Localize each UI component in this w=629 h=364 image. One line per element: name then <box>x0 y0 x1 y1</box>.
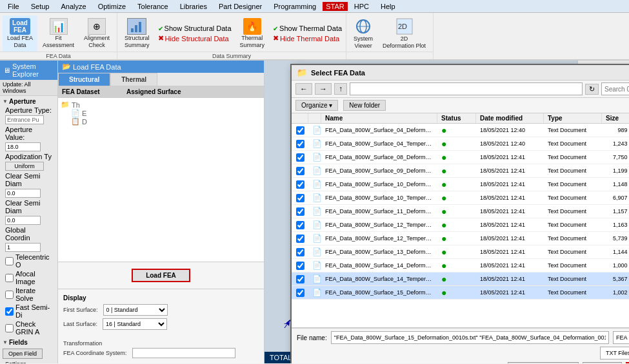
cancel-button[interactable]: Cancel <box>583 362 622 363</box>
menu-programming[interactable]: Programming <box>268 1 321 12</box>
file-checkbox-cell[interactable] <box>292 193 308 204</box>
file-checkbox-cell[interactable] <box>292 152 308 163</box>
file-name-cell[interactable]: FEA_Data_800W_Surface_14_Deformat... <box>321 261 437 270</box>
coord-system-input[interactable] <box>132 348 235 358</box>
file-checkbox-cell[interactable] <box>292 206 308 217</box>
file-checkbox-cell[interactable] <box>292 125 308 136</box>
file-checkbox-cell[interactable] <box>292 166 308 177</box>
type-col-header[interactable]: Type <box>544 113 602 123</box>
file-checkbox[interactable] <box>296 262 305 270</box>
hide-thermal-button[interactable]: ✖ Hide Thermal Data <box>272 34 343 43</box>
structural-summary-button[interactable]: StructuralSummary <box>120 15 154 52</box>
telecentric-checkbox[interactable] <box>5 257 14 265</box>
file-checkbox[interactable] <box>296 167 305 175</box>
file-name-cell[interactable]: FEA_Data_800W_Surface_04_Deformat... <box>321 126 437 135</box>
check-grin-checkbox[interactable] <box>5 324 14 332</box>
file-row[interactable]: 📄 FEA_Data_800W_Surface_04_Deformat... ●… <box>292 124 629 137</box>
aperture-value-input[interactable] <box>5 142 41 151</box>
date-col-header[interactable]: Date modified <box>476 113 544 123</box>
file-checkbox-cell[interactable] <box>292 274 308 285</box>
menu-libraries[interactable]: Libraries <box>175 1 212 12</box>
file-name-cell[interactable]: FEA_Data_800W_Surface_10_Temperat... <box>321 193 437 202</box>
file-checkbox[interactable] <box>296 289 305 297</box>
file-row[interactable]: 📄 FEA_Data_800W_Surface_08_Deformat... ●… <box>292 151 629 164</box>
fit-assessment-button[interactable]: 📊 FitAssessment <box>38 15 79 52</box>
show-structural-button[interactable]: ✔ Show Structural Data <box>157 24 233 33</box>
filename-input[interactable] <box>331 331 609 344</box>
file-row[interactable]: 📄 FEA_Data_800W_Surface_10_Deformat... ●… <box>292 178 629 191</box>
file-checkbox-cell[interactable] <box>292 220 308 231</box>
file-row[interactable]: 📄 FEA_Data_800W_Surface_10_Temperat... ●… <box>292 191 629 205</box>
new-folder-button[interactable]: New folder <box>343 100 386 111</box>
file-row[interactable]: 📄 FEA_Data_800W_Surface_12_Temperat... ●… <box>292 218 629 232</box>
file-checkbox-cell[interactable] <box>292 139 308 149</box>
name-col-header[interactable]: Name <box>321 113 437 123</box>
load-fea-execute-button[interactable]: Load FEA <box>132 269 190 282</box>
file-checkbox[interactable] <box>296 140 305 148</box>
deformation-plot-button[interactable]: 2D 2DDeformation Plot <box>378 15 430 52</box>
file-checkbox[interactable] <box>296 207 305 216</box>
iterate-checkbox[interactable] <box>5 291 14 299</box>
system-viewer-button[interactable]: SystemViewer <box>349 15 377 52</box>
nav-forward-button[interactable]: → <box>315 83 332 95</box>
settings-item[interactable]: Settings <box>0 360 57 363</box>
fast-semi-checkbox[interactable] <box>5 307 14 316</box>
alignment-check-button[interactable]: ⊕ AlignmentCheck <box>79 15 114 52</box>
file-name-cell[interactable]: FEA_Data_800W_Surface_15_Deformat... <box>321 288 437 297</box>
file-row[interactable]: 📄 FEA_Data_800W_Surface_11_Deformat... ●… <box>292 205 629 218</box>
clear-semi-val2-input[interactable] <box>5 216 41 225</box>
search-input[interactable] <box>601 82 629 95</box>
menu-tolerance[interactable]: Tolerance <box>132 1 174 12</box>
entrance-pupil-input[interactable] <box>5 115 44 124</box>
menu-optimize[interactable]: Optimize <box>93 1 131 12</box>
file-checkbox[interactable] <box>296 275 305 283</box>
file-name-cell[interactable]: FEA_Data_800W_Surface_04_Temperat... <box>321 139 437 148</box>
file-checkbox[interactable] <box>296 248 305 256</box>
file-row[interactable]: 📄 FEA_Data_800W_Surface_15_Deformat... ●… <box>292 286 629 300</box>
show-thermal-button[interactable]: ✔ Show Thermal Data <box>272 24 343 33</box>
file-checkbox-cell[interactable] <box>292 260 308 271</box>
first-surface-select[interactable]: 0 | Standard <box>103 304 168 316</box>
global-coord-input[interactable] <box>5 243 41 252</box>
file-checkbox-cell[interactable] <box>292 287 308 298</box>
structural-tab[interactable]: Structural <box>58 73 110 86</box>
aperture-collapse-icon[interactable]: ▼ <box>3 99 8 104</box>
hide-structural-button[interactable]: ✖ Hide Structural Data <box>157 34 233 43</box>
thermal-summary-button[interactable]: 🔥 ThermalSummary <box>235 15 270 52</box>
file-row[interactable]: 📄 FEA_Data_800W_Surface_13_Deformat... ●… <box>292 245 629 259</box>
ok-fit-button[interactable]: OK (Fit FEA Data) <box>508 362 579 363</box>
file-row[interactable]: 📄 FEA_Data_800W_Surface_14_Deformat... ●… <box>292 259 629 273</box>
file-name-cell[interactable]: FEA_Data_800W_Surface_11_Deformat... <box>321 207 437 216</box>
nav-back-button[interactable]: ← <box>295 83 312 95</box>
filetype-select[interactable]: TXT Files (*.txt) <box>600 347 629 359</box>
file-row[interactable]: 📄 FEA_Data_800W_Surface_14_Temperat... ●… <box>292 273 629 286</box>
nav-path-input[interactable] <box>350 82 583 95</box>
last-surface-select[interactable]: 16 | Standard <box>103 318 167 330</box>
file-checkbox[interactable] <box>296 194 305 202</box>
load-fea-button[interactable]: LoadFEA Load FEAData <box>3 15 37 52</box>
file-row[interactable]: 📄 FEA_Data_800W_Surface_09_Deformat... ●… <box>292 164 629 178</box>
file-checkbox-cell[interactable] <box>292 179 308 190</box>
nav-refresh-button[interactable]: ↻ <box>585 84 599 95</box>
menu-help[interactable]: Help <box>375 1 401 12</box>
menu-setup[interactable]: Setup <box>26 1 55 12</box>
file-row[interactable]: 📄 FEA_Data_800W_Surface_12_Temperat... ●… <box>292 232 629 245</box>
fields-collapse-icon[interactable]: ▼ <box>3 340 8 345</box>
status-col-header[interactable]: Status <box>437 113 476 123</box>
clear-semi-val1-input[interactable] <box>5 189 41 198</box>
file-name-cell[interactable]: FEA_Data_800W_Surface_08_Deformat... <box>321 153 437 162</box>
uniform-dropdown[interactable]: Uniform <box>5 162 44 171</box>
file-name-cell[interactable]: FEA_Data_800W_Surface_09_Deformat... <box>321 166 437 175</box>
file-checkbox[interactable] <box>296 221 305 229</box>
file-checkbox[interactable] <box>296 126 305 135</box>
organize-button[interactable]: Organize ▾ <box>295 100 338 111</box>
file-checkbox[interactable] <box>296 235 305 243</box>
file-name-cell[interactable]: FEA_Data_800W_Surface_10_Deformat... <box>321 180 437 189</box>
fea-type-select[interactable]: FEA ▾ <box>613 331 629 344</box>
menu-file[interactable]: File <box>3 1 25 12</box>
file-row[interactable]: 📄 FEA_Data_800W_Surface_04_Temperat... ●… <box>292 137 629 151</box>
file-name-cell[interactable]: FEA_Data_800W_Surface_13_Deformat... <box>321 247 437 256</box>
menu-star[interactable]: STAR <box>323 2 348 11</box>
file-checkbox[interactable] <box>296 153 305 162</box>
open-field-button[interactable]: Open Field <box>3 349 43 359</box>
